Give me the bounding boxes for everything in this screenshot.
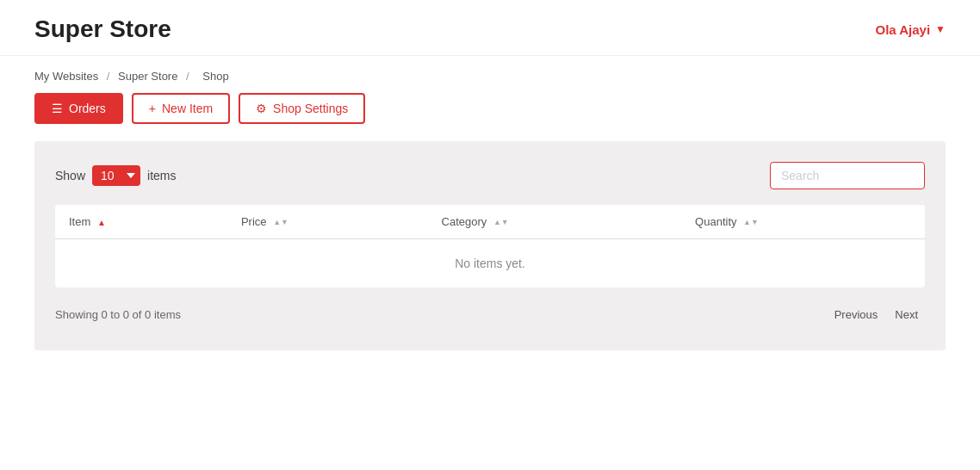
previous-button[interactable]: Previous — [828, 305, 885, 325]
shop-settings-button[interactable]: ⚙ Shop Settings — [239, 93, 365, 124]
user-menu[interactable]: Ola Ajayi ▼ — [875, 22, 946, 37]
sort-icon-quantity: ▲▼ — [743, 219, 759, 226]
sort-icon-item: ▲ — [97, 219, 106, 227]
header: Super Store Ola Ajayi ▼ — [0, 0, 980, 56]
table-footer: Showing 0 to 0 of 0 items Previous Next — [55, 305, 925, 325]
empty-row: No items yet. — [55, 239, 925, 288]
next-button[interactable]: Next — [888, 305, 925, 325]
show-count-select[interactable]: 10 25 50 100 — [92, 165, 140, 186]
pagination: Previous Next — [828, 305, 925, 325]
breadcrumb-shop: Shop — [202, 70, 228, 83]
chevron-down-icon: ▼ — [935, 23, 946, 35]
showing-text: Showing 0 to 0 of 0 items — [55, 308, 181, 321]
table-header-row: Item ▲ Price ▲▼ Category ▲▼ — [55, 205, 925, 239]
content-area: Show 10 25 50 100 items Item ▲ Pric — [34, 141, 946, 350]
breadcrumb-super-store[interactable]: Super Store — [118, 70, 177, 83]
orders-icon: ☰ — [52, 102, 63, 115]
user-name: Ola Ajayi — [875, 22, 930, 37]
show-label: Show — [55, 169, 85, 182]
sort-icon-price: ▲▼ — [273, 219, 288, 226]
col-price[interactable]: Price ▲▼ — [227, 205, 428, 239]
toolbar: ☰ Orders + New Item ⚙ Shop Settings — [0, 93, 980, 141]
breadcrumb: My Websites / Super Store / Shop — [0, 56, 980, 93]
plus-icon: + — [149, 102, 156, 115]
items-label: items — [147, 169, 176, 182]
gear-icon: ⚙ — [256, 102, 267, 115]
col-item[interactable]: Item ▲ — [55, 205, 227, 239]
search-input[interactable] — [770, 162, 925, 189]
col-quantity[interactable]: Quantity ▲▼ — [681, 205, 925, 239]
orders-button[interactable]: ☰ Orders — [34, 93, 123, 124]
items-table: Item ▲ Price ▲▼ Category ▲▼ — [55, 205, 925, 288]
table-controls: Show 10 25 50 100 items — [55, 162, 925, 189]
new-item-button[interactable]: + New Item — [132, 93, 230, 124]
col-category[interactable]: Category ▲▼ — [428, 205, 682, 239]
show-controls: Show 10 25 50 100 items — [55, 165, 176, 186]
empty-message: No items yet. — [55, 239, 925, 288]
sort-icon-category: ▲▼ — [493, 219, 509, 226]
app-title: Super Store — [34, 15, 171, 43]
breadcrumb-my-websites[interactable]: My Websites — [34, 70, 98, 83]
